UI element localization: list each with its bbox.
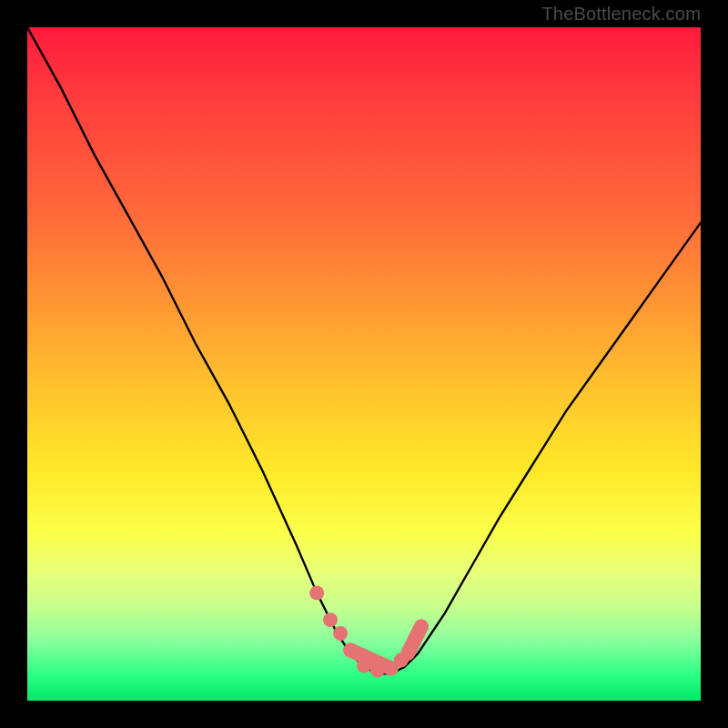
attribution-label: TheBottleneck.com xyxy=(541,4,701,25)
marker-dot xyxy=(309,586,324,601)
marker-dot xyxy=(357,659,371,673)
marker-dot xyxy=(414,620,429,634)
marker-dots-group xyxy=(309,586,429,678)
bottleneck-curve-line xyxy=(27,27,701,673)
marker-dot xyxy=(333,626,348,641)
marker-dot xyxy=(408,632,422,647)
chart-frame: TheBottleneck.com xyxy=(0,0,728,728)
curve-svg xyxy=(27,27,701,701)
marker-dot xyxy=(343,643,358,658)
marker-dot xyxy=(323,612,338,627)
marker-dot xyxy=(370,663,385,678)
plot-area xyxy=(27,27,701,701)
marker-dot xyxy=(394,653,409,668)
